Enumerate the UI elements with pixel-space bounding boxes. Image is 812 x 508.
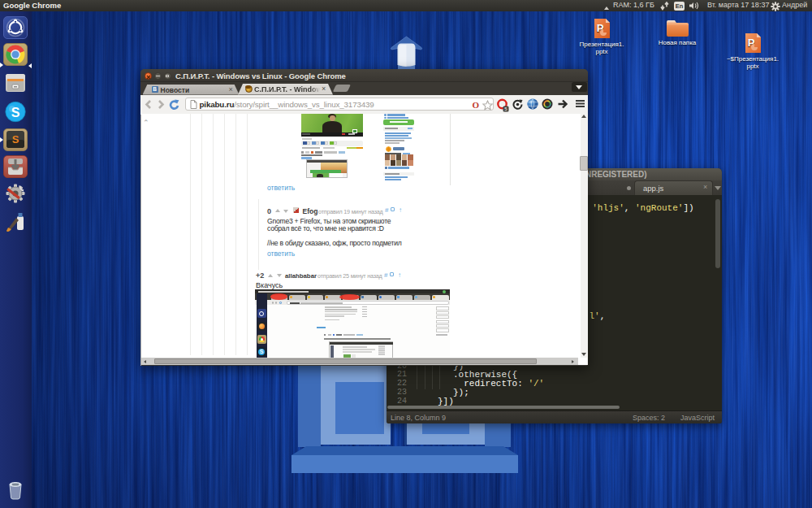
svg-text:S: S xyxy=(12,133,19,145)
svg-text:S: S xyxy=(11,106,20,119)
